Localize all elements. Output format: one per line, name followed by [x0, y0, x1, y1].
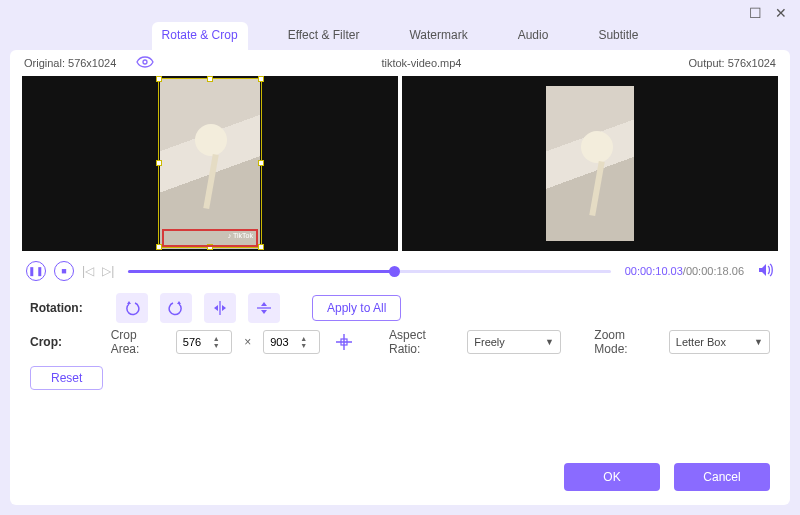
spin-up-icon[interactable]: ▲ [213, 335, 220, 342]
chevron-down-icon: ▼ [545, 337, 554, 347]
crop-area-label: Crop Area: [111, 328, 164, 356]
spin-down-icon[interactable]: ▼ [213, 342, 220, 349]
crop-handle[interactable] [156, 76, 162, 82]
tab-subtitle[interactable]: Subtitle [588, 22, 648, 50]
tab-effect-filter[interactable]: Effect & Filter [278, 22, 370, 50]
spin-up-icon[interactable]: ▲ [300, 335, 307, 342]
tab-watermark[interactable]: Watermark [399, 22, 477, 50]
output-preview-pane [402, 76, 778, 251]
output-video-thumb [546, 86, 634, 241]
close-icon[interactable]: ✕ [772, 5, 790, 21]
chevron-down-icon: ▼ [754, 337, 763, 347]
next-frame-button[interactable]: ▷| [102, 264, 114, 278]
crop-height-input[interactable] [270, 336, 300, 348]
crop-handle[interactable] [258, 244, 264, 250]
flip-vertical-button[interactable] [248, 293, 280, 323]
ok-button[interactable]: OK [564, 463, 660, 491]
reset-button[interactable]: Reset [30, 366, 103, 390]
pause-button[interactable]: ❚❚ [26, 261, 46, 281]
rotate-left-button[interactable] [116, 293, 148, 323]
output-size-label: Output: 576x1024 [689, 57, 776, 69]
crop-label: Crop: [30, 335, 99, 349]
source-preview-pane[interactable]: ♪ TikTok [22, 76, 398, 251]
crop-height-field[interactable]: ▲▼ [263, 330, 319, 354]
filename-label: tiktok-video.mp4 [154, 57, 688, 69]
timeline-slider[interactable] [128, 264, 610, 278]
apply-to-all-button[interactable]: Apply to All [312, 295, 401, 321]
crop-times-icon: × [244, 335, 251, 349]
center-crop-button[interactable] [332, 329, 356, 355]
aspect-ratio-label: Aspect Ratio: [389, 328, 455, 356]
tiktok-watermark-highlight: ♪ TikTok [162, 229, 258, 247]
cancel-button[interactable]: Cancel [674, 463, 770, 491]
preview-eye-icon[interactable] [136, 56, 154, 70]
spin-down-icon[interactable]: ▼ [300, 342, 307, 349]
aspect-ratio-select[interactable]: Freely ▼ [467, 330, 561, 354]
flip-horizontal-button[interactable] [204, 293, 236, 323]
zoom-mode-label: Zoom Mode: [594, 328, 656, 356]
aspect-ratio-value: Freely [474, 336, 505, 348]
tab-audio[interactable]: Audio [508, 22, 559, 50]
crop-width-input[interactable] [183, 336, 213, 348]
crop-handle[interactable] [207, 76, 213, 82]
zoom-mode-select[interactable]: Letter Box ▼ [669, 330, 770, 354]
timeline-knob[interactable] [389, 266, 400, 277]
svg-point-0 [143, 60, 147, 64]
rotate-right-button[interactable] [160, 293, 192, 323]
crop-handle[interactable] [156, 160, 162, 166]
prev-frame-button[interactable]: |◁ [82, 264, 94, 278]
zoom-mode-value: Letter Box [676, 336, 726, 348]
current-time: 00:00:10.03 [625, 265, 683, 277]
original-size-label: Original: 576x1024 [24, 57, 116, 69]
crop-handle[interactable] [258, 76, 264, 82]
crop-handle[interactable] [258, 160, 264, 166]
crop-width-field[interactable]: ▲▼ [176, 330, 232, 354]
tab-rotate-crop[interactable]: Rotate & Crop [152, 22, 248, 50]
rotation-label: Rotation: [30, 301, 104, 315]
duration-time: /00:00:18.06 [683, 265, 744, 277]
crop-selection-box[interactable] [158, 78, 262, 248]
maximize-icon[interactable]: ☐ [746, 5, 764, 21]
volume-icon[interactable] [758, 263, 774, 280]
tab-bar: Rotate & Crop Effect & Filter Watermark … [0, 22, 800, 50]
stop-button[interactable]: ■ [54, 261, 74, 281]
